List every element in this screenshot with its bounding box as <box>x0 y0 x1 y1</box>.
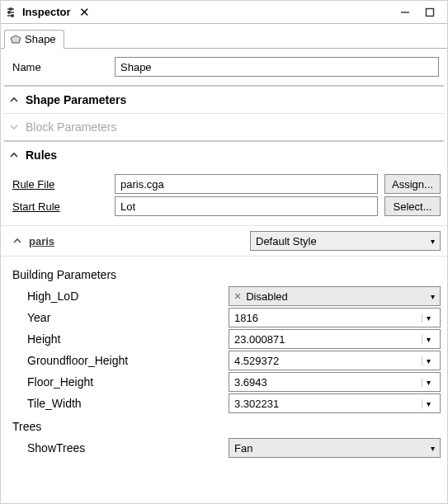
section-label: Block Parameters <box>26 120 116 134</box>
preset-name-link[interactable]: paris <box>29 235 243 247</box>
minimize-button[interactable] <box>393 3 417 21</box>
param-groundfloor-height: Groundfloor_Height 4.529372 ▾ <box>12 351 441 370</box>
preset-row: paris Default Style ▾ <box>1 225 447 257</box>
start-rule-label[interactable]: Start Rule <box>12 200 108 213</box>
high-lod-dropdown[interactable]: Disabled ▾ <box>229 286 441 306</box>
chevron-up-icon <box>9 151 19 159</box>
style-dropdown[interactable]: Default Style ▾ <box>250 231 441 251</box>
chevron-down-icon: ▾ <box>422 399 435 408</box>
tile-width-input[interactable]: 3.302231 ▾ <box>229 393 441 413</box>
rule-file-row: Rule File Assign... <box>12 174 441 194</box>
param-label: Year <box>12 311 229 324</box>
param-floor-height: Floor_Height 3.6943 ▾ <box>12 372 441 392</box>
svg-point-3 <box>10 7 12 9</box>
maximize-button[interactable] <box>417 3 442 21</box>
param-height: Height 23.000871 ▾ <box>12 329 441 349</box>
start-rule-row: Start Rule Select... <box>12 196 441 216</box>
svg-rect-7 <box>427 8 434 16</box>
floor-height-input[interactable]: 3.6943 ▾ <box>229 372 441 392</box>
chevron-down-icon: ▾ <box>431 237 435 246</box>
window-title: Inspector <box>22 6 71 18</box>
name-label: Name <box>12 61 108 73</box>
section-shape-parameters[interactable]: Shape Parameters <box>1 87 447 113</box>
param-label: Tile_Width <box>12 397 229 410</box>
inspector-icon <box>6 6 19 19</box>
show-trees-dropdown[interactable]: Fan ▾ <box>229 438 441 458</box>
section-block-parameters[interactable]: Block Parameters <box>1 114 447 140</box>
height-value: 23.000871 <box>234 333 422 346</box>
chevron-down-icon: ▾ <box>422 356 435 365</box>
building-parameters-group: Building Parameters High_LoD Disabled ▾ … <box>1 257 447 463</box>
tab-label: Shape <box>25 33 56 45</box>
rule-file-label[interactable]: Rule File <box>12 178 108 191</box>
year-value: 1816 <box>234 312 422 324</box>
svg-point-5 <box>12 14 13 16</box>
param-year: Year 1816 ▾ <box>12 308 441 327</box>
param-label: Height <box>12 332 229 346</box>
param-tile-width: Tile_Width 3.302231 ▾ <box>12 393 441 413</box>
tab-bar: Shape <box>1 24 447 49</box>
chevron-down-icon: ▾ <box>422 335 435 344</box>
param-label: High_LoD <box>12 290 229 303</box>
param-show-trees: ShowTrees Fan ▾ <box>12 438 441 458</box>
chevron-down-icon: ▾ <box>422 378 435 387</box>
titlebar: Inspector ✕ <box>1 1 447 24</box>
select-button[interactable]: Select... <box>384 196 441 216</box>
groundfloor-height-value: 4.529372 <box>234 355 422 367</box>
chevron-down-icon: ▾ <box>431 292 435 301</box>
chevron-down-icon <box>9 123 19 131</box>
floor-height-value: 3.6943 <box>234 376 422 389</box>
group-title: Building Parameters <box>12 268 441 281</box>
chevron-down-icon: ▾ <box>431 444 435 453</box>
high-lod-value: Disabled <box>246 290 431 303</box>
style-value: Default Style <box>256 235 431 247</box>
name-row: Name <box>1 49 447 85</box>
chevron-up-icon <box>9 96 19 104</box>
year-input[interactable]: 1816 ▾ <box>229 308 441 327</box>
svg-marker-8 <box>11 35 21 43</box>
section-label: Rules <box>26 148 57 162</box>
chevron-up-icon <box>12 237 22 245</box>
group-title: Trees <box>12 420 441 433</box>
svg-point-4 <box>8 11 10 12</box>
param-label: Groundfloor_Height <box>12 354 229 367</box>
section-label: Shape Parameters <box>26 93 126 106</box>
start-rule-input[interactable] <box>115 196 378 216</box>
assign-button[interactable]: Assign... <box>384 174 441 194</box>
groundfloor-height-input[interactable]: 4.529372 ▾ <box>229 351 441 370</box>
param-label: Floor_Height <box>12 375 229 389</box>
name-input[interactable] <box>115 57 439 77</box>
close-panel-icon[interactable]: ✕ <box>76 5 93 20</box>
chevron-down-icon: ▾ <box>422 313 435 323</box>
height-input[interactable]: 23.000871 ▾ <box>229 329 441 349</box>
param-high-lod: High_LoD Disabled ▾ <box>12 286 441 306</box>
rules-body: Rule File Assign... Start Rule Select... <box>1 168 447 225</box>
section-rules[interactable]: Rules <box>1 142 447 168</box>
tile-width-value: 3.302231 <box>234 398 422 410</box>
shape-icon <box>10 34 21 45</box>
rule-file-input[interactable] <box>115 174 378 194</box>
show-trees-value: Fan <box>234 442 431 455</box>
param-label: ShowTrees <box>12 441 229 455</box>
tab-shape[interactable]: Shape <box>4 30 64 49</box>
